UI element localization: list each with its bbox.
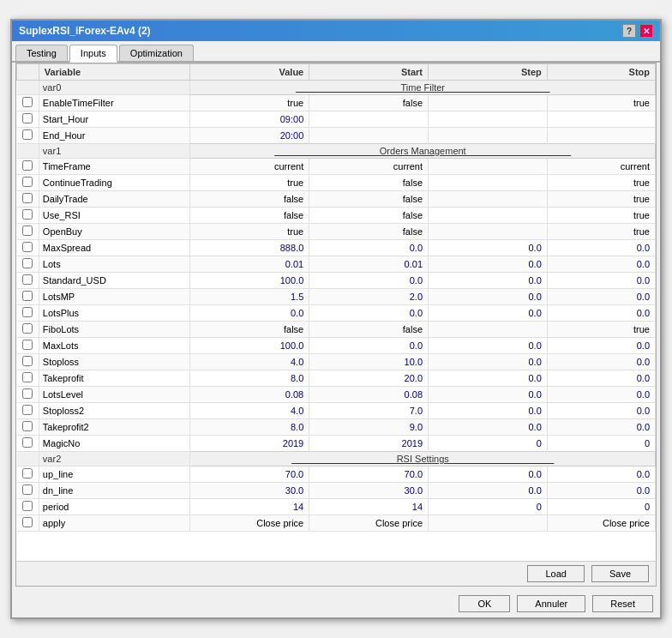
row-checkbox[interactable] [22, 160, 33, 171]
param-step: 0.0 [429, 483, 548, 499]
close-button[interactable]: ✕ [639, 24, 653, 38]
row-checkbox[interactable] [22, 468, 33, 478]
parameters-table-container[interactable]: Variable Value Start Step Stop var0 ____… [16, 63, 656, 561]
load-save-buttons: Load Save [16, 561, 656, 586]
row-checkbox-cell[interactable] [17, 466, 39, 483]
param-start: 0.0 [309, 240, 429, 256]
row-checkbox-cell[interactable] [17, 240, 39, 256]
param-start: 10.0 [309, 354, 429, 370]
row-checkbox[interactable] [22, 129, 33, 140]
row-checkbox-cell[interactable] [17, 483, 39, 499]
load-button[interactable]: Load [527, 565, 584, 582]
param-value: 8.0 [190, 370, 309, 387]
ok-button[interactable]: OK [459, 595, 510, 612]
row-checkbox-cell[interactable] [17, 289, 39, 305]
param-step [429, 111, 548, 128]
param-stop: 0.0 [547, 354, 655, 370]
param-value: true [190, 175, 309, 191]
row-checkbox-cell[interactable] [17, 208, 39, 224]
row-checkbox[interactable] [22, 421, 33, 431]
save-button[interactable]: Save [591, 565, 649, 582]
row-checkbox[interactable] [22, 97, 33, 107]
table-row: apply Close price Close price Close pric… [17, 515, 656, 532]
row-checkbox-cell[interactable] [17, 515, 39, 532]
row-checkbox[interactable] [22, 258, 33, 268]
table-row: var2 ____________________RSI Settings___… [17, 452, 656, 466]
table-row: End_Hour 20:00 [17, 128, 656, 144]
param-start: false [309, 224, 429, 240]
param-start: 70.0 [309, 466, 429, 483]
help-button[interactable]: ? [622, 24, 636, 38]
tab-testing[interactable]: Testing [15, 45, 68, 61]
row-checkbox-cell[interactable] [17, 419, 39, 436]
col-header-variable: Variable [39, 64, 190, 81]
param-stop: true [547, 191, 655, 208]
param-stop: true [547, 224, 655, 240]
row-checkbox[interactable] [22, 323, 33, 334]
param-name: OpenBuy [39, 224, 190, 240]
table-row: Standard_USD 100.0 0.0 0.0 0.0 [17, 273, 656, 289]
param-start: 0.08 [309, 387, 429, 403]
title-controls: ? ✕ [622, 24, 653, 38]
param-name: Takeprofit2 [39, 419, 190, 436]
row-checkbox-cell[interactable] [17, 128, 39, 144]
param-start: false [309, 208, 429, 224]
param-start: current [309, 159, 429, 175]
row-checkbox[interactable] [22, 340, 33, 350]
cancel-button[interactable]: Annuler [517, 595, 585, 612]
row-checkbox-cell[interactable] [17, 95, 39, 111]
row-checkbox[interactable] [22, 356, 33, 366]
param-name: LotsLevel [39, 387, 190, 403]
row-checkbox[interactable] [22, 501, 33, 511]
row-checkbox-cell[interactable] [17, 354, 39, 370]
row-checkbox[interactable] [22, 113, 33, 123]
row-checkbox[interactable] [22, 485, 33, 495]
tab-optimization[interactable]: Optimization [119, 45, 194, 61]
row-checkbox[interactable] [22, 291, 33, 301]
row-checkbox-cell[interactable] [17, 175, 39, 191]
param-stop: 0.0 [547, 483, 655, 499]
row-checkbox-cell[interactable] [17, 403, 39, 419]
param-name: Lots [39, 256, 190, 273]
row-checkbox[interactable] [22, 307, 33, 317]
content-area: Variable Value Start Step Stop var0 ____… [15, 63, 657, 587]
param-start: 0.0 [309, 305, 429, 322]
tab-inputs[interactable]: Inputs [69, 45, 117, 63]
param-name: MaxSpread [39, 240, 190, 256]
row-checkbox[interactable] [22, 209, 33, 220]
row-checkbox[interactable] [22, 517, 33, 527]
row-checkbox[interactable] [22, 193, 33, 203]
row-checkbox-cell[interactable] [17, 256, 39, 273]
param-start: false [309, 322, 429, 338]
row-checkbox[interactable] [22, 177, 33, 187]
param-name: up_line [39, 466, 190, 483]
row-checkbox[interactable] [22, 274, 33, 285]
row-checkbox[interactable] [22, 242, 33, 252]
row-checkbox-cell[interactable] [17, 191, 39, 208]
param-stop: 0.0 [547, 338, 655, 354]
row-checkbox-cell[interactable] [17, 436, 39, 452]
row-checkbox-cell[interactable] [17, 273, 39, 289]
row-checkbox[interactable] [22, 437, 33, 448]
row-checkbox-cell[interactable] [17, 338, 39, 354]
reset-button[interactable]: Reset [592, 595, 653, 612]
row-checkbox[interactable] [22, 372, 33, 382]
param-name: MaxLots [39, 338, 190, 354]
row-checkbox-cell[interactable] [17, 111, 39, 128]
row-checkbox-cell[interactable] [17, 224, 39, 240]
row-checkbox[interactable] [22, 405, 33, 415]
param-step [429, 128, 548, 144]
row-checkbox-cell[interactable] [17, 305, 39, 322]
row-checkbox-cell[interactable] [17, 499, 39, 515]
row-checkbox[interactable] [22, 226, 33, 236]
row-checkbox-cell[interactable] [17, 387, 39, 403]
row-checkbox-cell[interactable] [17, 370, 39, 387]
row-checkbox[interactable] [22, 388, 33, 399]
param-step: 0 [429, 499, 548, 515]
title-bar: SuplexRSI_iForex-EAv4 (2) ? ✕ [12, 21, 660, 41]
param-name: Stoploss2 [39, 403, 190, 419]
row-checkbox-cell[interactable] [17, 322, 39, 338]
param-value: 1.5 [190, 289, 309, 305]
param-stop: 0.0 [547, 289, 655, 305]
row-checkbox-cell[interactable] [17, 159, 39, 175]
